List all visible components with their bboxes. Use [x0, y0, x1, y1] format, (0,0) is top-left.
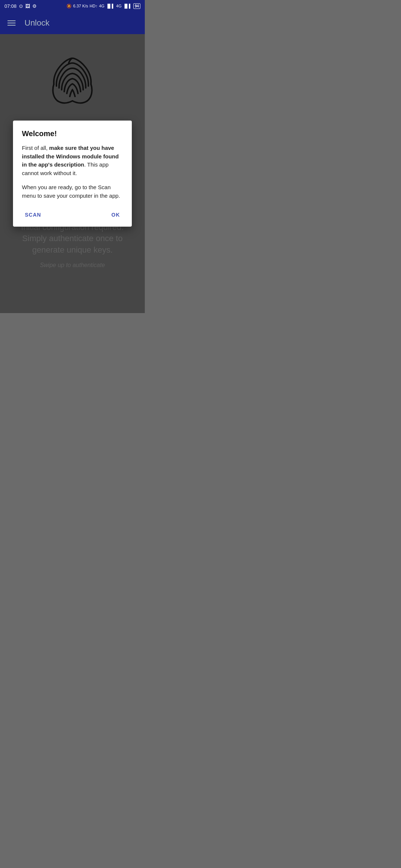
status-left: 07:08 ⊙ 🖼 ⚙ [4, 3, 37, 9]
page-title: Unlock [25, 18, 49, 28]
dialog-actions: SCAN OK [22, 207, 123, 224]
app-bar: Unlock [0, 12, 145, 34]
speed-display: 6.37 K/s [73, 4, 88, 8]
scan-button[interactable]: SCAN [22, 209, 44, 221]
hamburger-line-3 [7, 25, 16, 26]
image-icon: 🖼 [25, 3, 30, 9]
hamburger-line-2 [7, 23, 16, 23]
time-display: 07:08 [4, 3, 17, 9]
hd-badge: HD↑ [89, 4, 97, 8]
dialog-body-first: First of all, make sure that you have in… [22, 144, 123, 177]
signal-2-icon: ▐▌▌ [123, 4, 131, 8]
battery-display: 94 [133, 3, 140, 9]
signal-icon: ▐▌▌ [106, 4, 114, 8]
main-content: Welcome! First of all, make sure that yo… [0, 34, 145, 313]
dialog-overlay: Welcome! First of all, make sure that yo… [0, 34, 145, 313]
hamburger-line-1 [7, 20, 16, 21]
grid-icon: ⚙ [32, 3, 37, 9]
network-4g-icon: 4G [99, 4, 105, 8]
bell-mute-icon: 🔕 [66, 4, 72, 9]
menu-button[interactable] [7, 20, 16, 26]
timer-icon: ⊙ [19, 3, 23, 9]
status-bar: 07:08 ⊙ 🖼 ⚙ 🔕 6.37 K/s HD↑ 4G ▐▌▌ 4G ▐▌▌… [0, 0, 145, 12]
welcome-dialog: Welcome! First of all, make sure that yo… [13, 121, 132, 227]
dialog-body-prefix: First of all, [22, 145, 49, 151]
network-4g-2-icon: 4G [116, 4, 122, 8]
status-right: 🔕 6.37 K/s HD↑ 4G ▐▌▌ 4G ▐▌▌ 94 [66, 3, 140, 9]
dialog-body-second: When you are ready, go to the Scan menu … [22, 183, 123, 200]
ok-button[interactable]: OK [108, 209, 123, 221]
dialog-title: Welcome! [22, 129, 123, 138]
